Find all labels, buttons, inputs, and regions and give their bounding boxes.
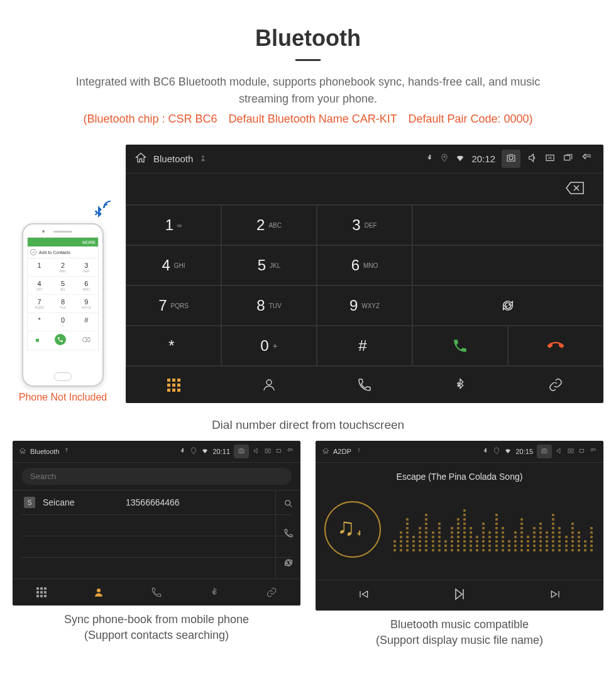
- backspace-icon[interactable]: [566, 181, 585, 197]
- phone-key-9: 9WXYZ: [75, 295, 98, 313]
- wifi-icon: [201, 447, 209, 456]
- dialer-key-6[interactable]: 6MNO: [317, 245, 412, 285]
- person-icon: [261, 377, 277, 392]
- album-art-circle: ♫: [324, 501, 381, 558]
- play-pause-button[interactable]: [452, 587, 467, 604]
- svg-point-5: [285, 501, 290, 506]
- statusbar-title: Bluetooth: [153, 153, 193, 164]
- phone-icon: [357, 377, 372, 392]
- statusbar-time: 20:15: [515, 448, 533, 455]
- tab-contacts[interactable]: [221, 367, 317, 403]
- camera-icon[interactable]: [234, 445, 249, 458]
- sidebar-call-icon[interactable]: [283, 528, 294, 541]
- tab-bluetooth[interactable]: [185, 579, 243, 606]
- phone-key-5: 5JKL: [51, 277, 74, 295]
- tab-pair[interactable]: [243, 579, 300, 606]
- phone-key-7: 7PQRS: [28, 295, 51, 313]
- head-unit-music: A2DP 20:15 Escape (The Pina Colada Song): [316, 441, 603, 611]
- person-icon: [93, 587, 104, 598]
- close-screen-icon[interactable]: [567, 447, 575, 456]
- phone-more-label: MORE: [82, 240, 96, 245]
- dialer-key-3[interactable]: 3DEF: [317, 205, 412, 245]
- keypad-grid-icon: [167, 379, 180, 392]
- search-input[interactable]: [21, 468, 292, 485]
- phone-icon: [151, 587, 162, 598]
- dialer-key-8[interactable]: 8TUV: [221, 285, 317, 326]
- phone-video-icon: ■: [35, 336, 39, 343]
- volume-icon[interactable]: [253, 447, 260, 456]
- track-title: Escape (The Pina Colada Song): [324, 472, 595, 482]
- dialer-key-7[interactable]: 7PQRS: [126, 285, 221, 326]
- dialer-key-9[interactable]: 9WXYZ: [317, 285, 412, 326]
- home-icon[interactable]: [135, 152, 147, 166]
- contact-name: Seicane: [43, 497, 118, 507]
- dialer-key-0[interactable]: 0+: [221, 326, 317, 366]
- page-description: Integrated with BC6 Bluetooth module, su…: [57, 74, 559, 108]
- tab-pair[interactable]: [508, 367, 603, 403]
- phone-key-*: *: [28, 313, 51, 331]
- home-icon[interactable]: [19, 447, 26, 456]
- recent-apps-icon[interactable]: [562, 152, 573, 165]
- close-screen-icon[interactable]: [264, 447, 272, 456]
- camera-icon[interactable]: [502, 150, 520, 168]
- tab-keypad[interactable]: [13, 579, 70, 606]
- tab-contacts[interactable]: [70, 579, 128, 606]
- location-icon: [493, 447, 500, 456]
- bluetooth-small-icon: [355, 529, 363, 540]
- tab-bluetooth[interactable]: [412, 367, 508, 403]
- end-call-button[interactable]: [508, 326, 603, 366]
- back-icon[interactable]: [287, 447, 294, 456]
- link-icon: [266, 587, 277, 598]
- svg-point-2: [267, 380, 272, 385]
- volume-icon[interactable]: [527, 152, 538, 165]
- equalizer-visual: [393, 507, 595, 551]
- phone-add-contacts-label: Add to Contacts: [39, 250, 70, 255]
- wifi-icon: [455, 153, 465, 165]
- dialer-backspace[interactable]: [412, 205, 603, 245]
- tab-recent[interactable]: [128, 579, 185, 606]
- dialer-key-2[interactable]: 2ABC: [221, 205, 317, 245]
- dialer-key-4[interactable]: 4GHI: [126, 245, 221, 285]
- tab-keypad[interactable]: [126, 367, 221, 403]
- recent-apps-icon[interactable]: [275, 447, 283, 456]
- dialer-key-#[interactable]: #: [317, 326, 412, 366]
- bluetooth-icon: [209, 587, 219, 597]
- tab-recent[interactable]: [317, 367, 412, 403]
- page-title: Bluetooth: [13, 25, 603, 52]
- phone-key-1: 1: [28, 258, 51, 277]
- back-icon[interactable]: [580, 152, 595, 165]
- phone-not-included-label: Phone Not Included: [13, 392, 113, 403]
- svg-rect-4: [277, 450, 281, 453]
- phone-key-3: 3DEF: [75, 258, 98, 277]
- contact-number: 13566664466: [126, 497, 180, 507]
- sidebar-sync-icon[interactable]: [283, 558, 294, 570]
- bluetooth-status-icon: [425, 153, 434, 164]
- dialer-key-1[interactable]: 1∞: [126, 205, 221, 245]
- close-screen-icon[interactable]: [544, 152, 556, 165]
- volume-icon[interactable]: [556, 447, 563, 456]
- phone-key-8: 8TUV: [51, 295, 74, 313]
- contact-row[interactable]: S Seicane 13566664466: [21, 490, 292, 515]
- contact-badge: S: [24, 497, 35, 508]
- phone-call-button: [55, 334, 66, 345]
- dialer-sync-button[interactable]: [412, 285, 603, 326]
- statusbar-time: 20:11: [212, 448, 230, 455]
- home-icon[interactable]: [322, 447, 329, 456]
- svg-rect-1: [564, 155, 570, 160]
- next-track-button[interactable]: [549, 588, 562, 603]
- statusbar-title: Bluetooth: [30, 448, 59, 455]
- recent-apps-icon[interactable]: [578, 447, 586, 456]
- sidebar-search-icon[interactable]: [283, 499, 294, 511]
- statusbar-title: A2DP: [333, 448, 351, 455]
- music-caption-line1: Bluetooth music compatible: [316, 617, 603, 633]
- back-icon[interactable]: [590, 447, 597, 456]
- dialer-key-5[interactable]: 5JKL: [221, 245, 317, 285]
- phone-key-0: 0+: [51, 313, 74, 331]
- bluetooth-status-icon: [179, 447, 186, 456]
- camera-icon[interactable]: [537, 445, 552, 458]
- call-button[interactable]: [412, 326, 508, 366]
- music-caption-line2: (Support display music file name): [316, 633, 603, 648]
- dialer-key-*[interactable]: *: [126, 326, 221, 366]
- prev-track-button[interactable]: [357, 588, 370, 603]
- bluetooth-specs: (Bluetooth chip : CSR BC6 Default Blueto…: [13, 113, 603, 126]
